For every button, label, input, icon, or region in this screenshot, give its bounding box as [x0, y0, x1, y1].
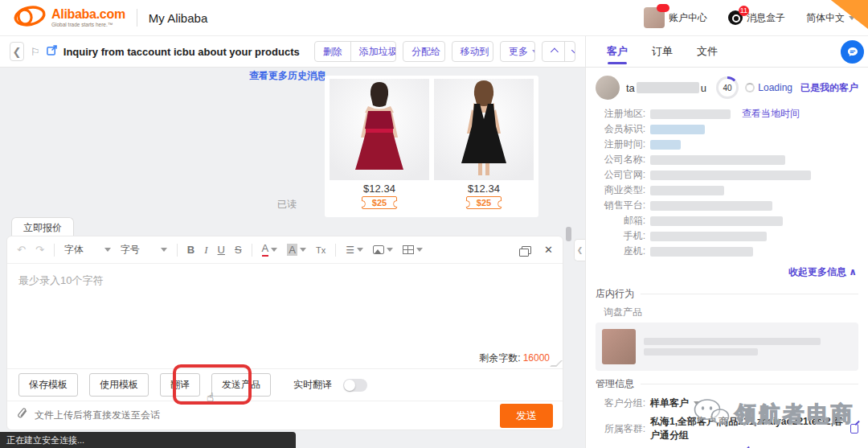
chevron-down-icon	[416, 248, 423, 252]
collapse-more-link[interactable]: 收起更多信息 ∧	[788, 266, 857, 277]
spinner-icon	[745, 83, 755, 92]
mark-spam-button[interactable]: 添加垃圾询盘	[350, 42, 396, 61]
popout-icon[interactable]	[522, 246, 531, 254]
customer-summary: ta u 40 Loading 已是我的客户	[586, 68, 868, 103]
strikethrough-button[interactable]: S	[235, 244, 242, 256]
font-size-select[interactable]: 字号	[121, 243, 167, 257]
logo-tagline: Global trade starts here.™	[51, 23, 125, 28]
load-history-link[interactable]: 查看更多历史消息	[249, 69, 326, 83]
product-image-red-dress	[330, 79, 429, 180]
field-label: 座机:	[596, 245, 645, 258]
sidebar-collapse-button[interactable]: ❮	[574, 239, 585, 261]
product-price: $12.34	[363, 183, 395, 195]
bold-button[interactable]: B	[187, 244, 194, 256]
redacted-text	[644, 335, 852, 359]
customer-group-row: 客户分组: 样单客户	[586, 394, 868, 413]
alibaba-logo[interactable]: Alibaba.com Global trade starts here.™	[13, 5, 125, 31]
message-count-badge: 11	[739, 6, 749, 16]
open-new-window-icon[interactable]	[47, 44, 57, 59]
customer-panel: ta u 40 Loading 已是我的客户 注册地区: 查看当地时间	[585, 68, 868, 448]
tab-customer[interactable]: 客户	[607, 36, 628, 67]
redacted-value	[650, 232, 767, 241]
reply-editor: ↶ ↷ 字体 字号 B I U S A A Tx	[6, 236, 563, 430]
underline-button[interactable]: U	[218, 244, 225, 256]
close-icon[interactable]	[544, 244, 553, 256]
customer-name-suffix: u	[701, 82, 706, 94]
assign-to-dropdown[interactable]: 分配给	[403, 42, 445, 61]
font-family-select[interactable]: 字体	[64, 243, 111, 257]
inquiry-product-item[interactable]	[596, 323, 858, 371]
customer-fields: 注册地区: 查看当地时间 会员标识: 注册时间: 公司名称: 公司官网:	[586, 103, 868, 259]
tab-files[interactable]: 文件	[697, 36, 718, 67]
conversation-area: 查看更多历史消息 $12.34 $25	[0, 68, 585, 448]
message-box-menu[interactable]: 11 消息盒子	[728, 10, 785, 25]
field-row: 注册地区: 查看当地时间	[596, 106, 858, 121]
delete-button[interactable]: 删除	[315, 42, 350, 61]
back-button[interactable]: ❮	[10, 42, 24, 61]
table-icon	[403, 245, 414, 254]
local-time-link[interactable]: 查看当地时间	[742, 107, 800, 121]
text-color-button[interactable]: A	[262, 243, 278, 256]
user-avatar[interactable]	[644, 7, 665, 28]
realtime-translate-toggle[interactable]	[343, 379, 367, 392]
previous-message-button[interactable]	[542, 42, 564, 61]
flag-icon[interactable]: ⚐	[31, 46, 40, 58]
field-label: 会员标识:	[596, 122, 645, 136]
use-template-button[interactable]: 使用模板	[89, 373, 149, 397]
insert-table-button[interactable]	[403, 245, 423, 254]
chevron-down-icon	[571, 46, 575, 54]
chevron-down-icon	[104, 248, 111, 252]
toolbar-separator	[177, 244, 178, 257]
tab-orders[interactable]: 订单	[652, 36, 673, 67]
product-card[interactable]: $12.34 $25	[330, 79, 429, 214]
chevron-down-icon	[694, 401, 700, 405]
assign-to-label: 分配给	[411, 45, 440, 59]
customer-score-ring: 40	[716, 76, 739, 99]
undo-icon[interactable]: ↶	[17, 244, 26, 256]
account-center-label: 账户中心	[669, 11, 707, 25]
redacted-name	[637, 82, 699, 93]
save-template-button[interactable]: 保存模板	[18, 373, 78, 397]
redacted-value	[650, 155, 785, 165]
editor-actions: 保存模板 使用模板 翻译 发送产品 ☝ 实时翻译	[7, 368, 563, 401]
customer-group-select[interactable]: 样单客户	[650, 397, 689, 410]
italic-button[interactable]: I	[204, 244, 207, 257]
customer-avatar[interactable]	[596, 76, 620, 100]
field-row: 公司官网:	[596, 167, 858, 183]
send-button[interactable]: 发送	[500, 404, 553, 428]
translate-button[interactable]: 翻译	[160, 373, 200, 397]
redo-icon[interactable]: ↷	[35, 244, 44, 256]
resize-handle[interactable]	[550, 360, 563, 367]
field-label: 销售平台:	[596, 199, 645, 212]
app-header: Alibaba.com Global trade starts here.™ M…	[0, 0, 868, 36]
highlight-color-button[interactable]: A	[287, 244, 306, 256]
scrollbar-thumb[interactable]	[566, 227, 571, 241]
next-message-button[interactable]	[564, 42, 575, 61]
toolbar-separator	[54, 244, 55, 257]
chevron-down-icon	[161, 248, 167, 252]
more-dropdown[interactable]: 更多	[501, 42, 535, 61]
loading-indicator: Loading	[745, 82, 792, 93]
product-card[interactable]: $12.34 $25	[434, 79, 534, 214]
list-button[interactable]	[346, 244, 363, 256]
product-image-black-dress	[434, 79, 534, 180]
edit-icon[interactable]	[850, 424, 858, 434]
field-label: 注册地区:	[596, 107, 645, 121]
section-title: 管理信息	[596, 377, 634, 391]
alibaba-logo-text: Alibaba.com Global trade starts here.™	[51, 8, 125, 28]
my-customer-link[interactable]: 已是我的客户	[800, 81, 858, 95]
send-product-button[interactable]: 发送产品	[211, 373, 271, 397]
move-to-dropdown[interactable]: 移动到	[452, 42, 494, 61]
status-toast: 正在建立安全连接...	[0, 432, 296, 448]
chat-assistant-button[interactable]	[841, 40, 864, 64]
account-center-menu[interactable]: 账户中心	[644, 7, 707, 28]
clear-format-button[interactable]: Tx	[316, 245, 326, 255]
redacted-thumbnail	[602, 329, 636, 364]
editor-textarea[interactable]: 最少录入10个字符 剩余字数:16000	[7, 264, 563, 368]
chars-remaining-label: 剩余字数:	[479, 352, 520, 364]
paperclip-icon[interactable]	[17, 408, 28, 423]
move-group: 移动到	[452, 41, 494, 62]
field-label: 客户分组:	[596, 397, 645, 410]
insert-image-button[interactable]	[373, 245, 393, 254]
sidebar-tabs: 客户 订单 文件	[585, 36, 868, 68]
